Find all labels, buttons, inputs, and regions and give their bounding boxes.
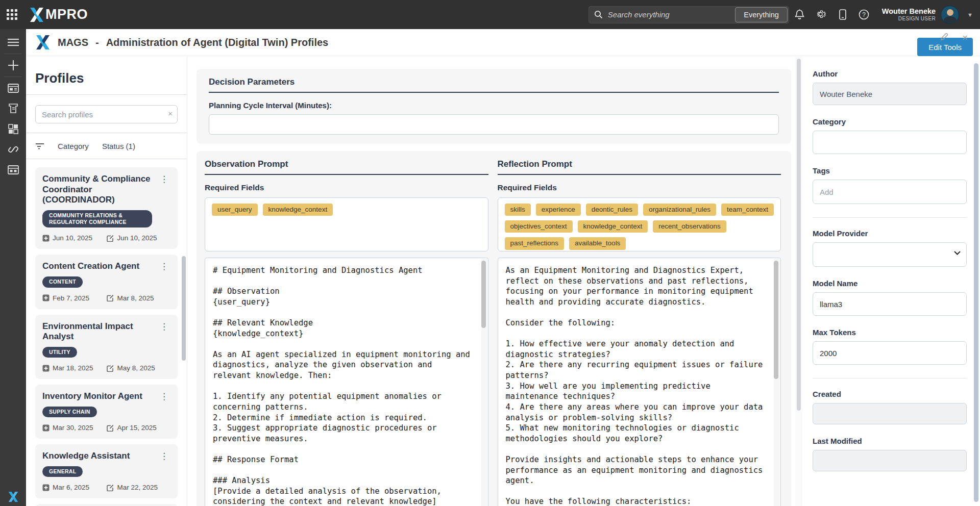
nav-dashboard-icon[interactable] — [0, 78, 26, 98]
filter-icon[interactable] — [35, 143, 44, 149]
notifications-icon[interactable] — [789, 6, 811, 24]
profiles-search-input[interactable] — [35, 105, 178, 123]
profiles-filter-row: Category Status (1) — [35, 133, 178, 159]
profile-menu-button[interactable]: ⋮ — [158, 261, 170, 272]
required-field-chip: knowledge_context — [578, 220, 648, 233]
profile-name: Knowledge Assistant — [42, 451, 158, 462]
modified-date-icon — [107, 424, 114, 432]
required-field-chip: experience — [536, 204, 581, 216]
observation-prompt-title: Observation Prompt — [205, 159, 488, 175]
observation-textarea-scrollbar[interactable] — [481, 259, 487, 506]
mags-logo-icon — [35, 35, 51, 50]
filter-category-button[interactable]: Category — [58, 142, 89, 150]
profile-created-date: Mar 30, 2025 — [42, 424, 107, 432]
search-input[interactable] — [603, 10, 735, 19]
profile-menu-button[interactable]: ⋮ — [158, 174, 170, 185]
profile-category-badge: CONTENT — [42, 276, 83, 287]
modified-date-icon — [107, 484, 114, 491]
global-search: Everything — [589, 6, 789, 23]
mobile-icon[interactable] — [832, 6, 853, 24]
profile-modified-date: Apr 15, 2025 — [107, 424, 171, 432]
profile-details-panel: Author Category Tags Model Provider — [802, 56, 980, 506]
user-menu[interactable]: Wouter Beneke DESIGN USER ▼ — [882, 6, 973, 24]
required-field-chip: organizational_rules — [643, 204, 716, 216]
clear-search-icon[interactable]: × — [168, 109, 173, 118]
profile-menu-button[interactable]: ⋮ — [158, 321, 170, 332]
reflection-textarea-scrollbar[interactable] — [774, 259, 780, 506]
left-nav-rail — [0, 29, 26, 506]
nav-connections-icon[interactable] — [0, 139, 26, 160]
created-date-icon — [42, 424, 50, 432]
brand-text: MPRO — [45, 7, 88, 22]
profile-created-date: Jun 10, 2025 — [42, 234, 107, 242]
xmpro-logo: MPRO — [29, 7, 88, 22]
planning-cycle-input[interactable] — [209, 114, 779, 135]
profile-menu-button[interactable]: ⋮ — [158, 391, 170, 402]
details-scrollbar[interactable] — [974, 63, 978, 502]
profile-card[interactable]: Environmental Impact Analyst ⋮ UTILITY M… — [35, 315, 178, 380]
settings-icon[interactable] — [811, 6, 832, 24]
profile-editor-main: Decision Parameters Planning Cycle Inter… — [187, 56, 795, 506]
profile-category-badge: COMMUNITY RELATIONS & REGULATORY COMPLIA… — [42, 210, 152, 227]
breadcrumb: MAGS - Administration of Agent (Digital … — [58, 37, 328, 48]
nav-forms-icon[interactable] — [0, 98, 26, 119]
required-field-chip: user_query — [212, 204, 258, 216]
top-bar: MPRO Everything ? — [0, 0, 980, 29]
search-scope-button[interactable]: Everything — [735, 7, 788, 22]
reflection-prompt-textarea[interactable]: As an Equipment Monitoring and Diagnosti… — [498, 258, 781, 506]
modified-date-icon — [107, 235, 114, 242]
author-field[interactable] — [813, 83, 967, 105]
created-date-icon — [42, 484, 50, 491]
nav-data-icon[interactable] — [0, 160, 26, 180]
profile-menu-button[interactable]: ⋮ — [158, 451, 170, 462]
profile-card[interactable]: Content Creation Agent ⋮ CONTENT Feb 7, … — [35, 255, 178, 309]
main-scrollbar[interactable] — [795, 56, 802, 506]
required-field-chip: deontic_rules — [586, 204, 638, 216]
page-title: Administration of Agent (Digital Twin) P… — [106, 37, 329, 48]
profiles-title: Profiles — [35, 70, 178, 86]
reflection-prompt-column: Reflection Prompt Required Fields skills… — [498, 159, 781, 506]
observation-prompt-column: Observation Prompt Required Fields user_… — [205, 159, 488, 506]
close-icon[interactable]: × — [962, 33, 968, 42]
required-field-chip: recent_observations — [653, 220, 726, 233]
required-field-chip: objectives_context — [505, 220, 573, 233]
add-icon[interactable] — [0, 55, 26, 75]
max-tokens-field[interactable] — [813, 341, 967, 365]
help-icon[interactable]: ? — [853, 6, 875, 24]
page-header: MAGS - Administration of Agent (Digital … — [26, 29, 980, 56]
tags-field[interactable] — [813, 180, 967, 204]
profile-modified-date: Mar 22, 2025 — [107, 484, 171, 491]
profile-card[interactable]: Knowledge Assistant ⋮ GENERAL Mar 6, 202… — [35, 444, 178, 498]
profiles-scrollbar[interactable] — [182, 256, 186, 361]
hamburger-icon[interactable] — [0, 32, 26, 53]
filter-status-button[interactable]: Status (1) — [102, 142, 135, 150]
last-modified-field — [813, 450, 967, 471]
modified-date-icon — [107, 365, 114, 372]
model-name-field[interactable] — [813, 292, 967, 316]
profile-modified-date: Mar 8, 2025 — [107, 294, 171, 302]
category-field[interactable] — [813, 131, 967, 154]
profile-name: Community & Compliance Coordinator (COOR… — [42, 174, 158, 206]
apps-grid-icon[interactable] — [7, 9, 18, 20]
required-field-chip: knowledge_context — [263, 204, 333, 216]
planning-cycle-label: Planning Cycle Interval (Minutes): — [209, 101, 779, 110]
profile-category-badge: GENERAL — [42, 466, 83, 477]
edit-icon[interactable] — [940, 33, 948, 41]
profile-card[interactable]: Inventory Monitor Agent ⋮ SUPPLY CHAIN M… — [35, 385, 178, 439]
profile-name: Inventory Monitor Agent — [42, 391, 158, 402]
observation-prompt-textarea[interactable]: # Equipment Monitoring and Diagnostics A… — [205, 258, 488, 506]
modified-date-icon — [107, 294, 114, 301]
profile-card[interactable]: Load Optimization Engineer ⋮ UTILITY Mar… — [35, 504, 178, 506]
profile-modified-date: Jun 10, 2025 — [107, 234, 171, 242]
xmpro-x-icon — [29, 8, 44, 22]
created-date-icon — [42, 235, 50, 242]
observation-required-fields: user_queryknowledge_context — [205, 197, 488, 251]
profile-card[interactable]: Community & Compliance Coordinator (COOR… — [35, 167, 178, 249]
app-name: MAGS — [58, 37, 88, 48]
profile-category-badge: SUPPLY CHAIN — [42, 407, 97, 417]
decision-parameters-section: Decision Parameters Planning Cycle Inter… — [197, 69, 791, 144]
model-provider-select[interactable] — [813, 242, 967, 267]
reflection-required-fields: skillsexperiencedeontic_rulesorganizatio… — [498, 197, 781, 251]
nav-blocks-icon[interactable] — [0, 119, 26, 139]
chevron-down-icon: ▼ — [967, 12, 973, 18]
